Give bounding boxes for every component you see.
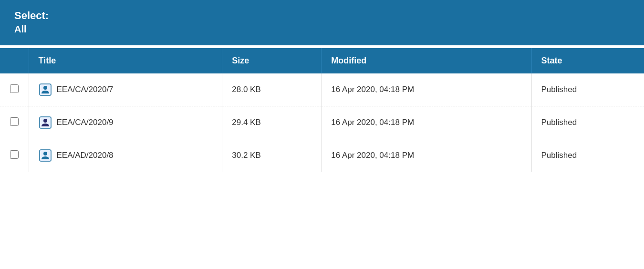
size-cell-1: 28.0 KB xyxy=(222,73,322,106)
checkbox-cell-2 xyxy=(0,106,29,139)
document-icon-3 xyxy=(39,149,52,162)
modified-cell-3: 16 Apr 2020, 04:18 PM xyxy=(322,139,531,172)
col-header-modified: Modified xyxy=(322,48,531,73)
svg-point-1 xyxy=(43,86,47,90)
row-checkbox-2[interactable] xyxy=(10,117,19,126)
table-row: EEA/CA/2020/9 29.4 KB 16 Apr 2020, 04:18… xyxy=(0,106,644,139)
header-section: Select: All xyxy=(0,0,644,44)
table-header-row: Title Size Modified State xyxy=(0,48,644,73)
table-wrapper: Title Size Modified State xyxy=(0,48,644,172)
row-checkbox-1[interactable] xyxy=(10,84,19,93)
col-header-checkbox xyxy=(0,48,29,73)
state-cell-1: Published xyxy=(531,73,644,106)
modified-cell-1: 16 Apr 2020, 04:18 PM xyxy=(322,73,531,106)
size-cell-2: 29.4 KB xyxy=(222,106,322,139)
table-row: EEA/CA/2020/7 28.0 KB 16 Apr 2020, 04:18… xyxy=(0,73,644,106)
page-container: Select: All Title Size Modified State xyxy=(0,0,644,269)
state-cell-3: Published xyxy=(531,139,644,172)
title-text-3: EEA/AD/2020/8 xyxy=(57,151,114,160)
title-text-1: EEA/CA/2020/7 xyxy=(57,85,114,94)
checkbox-cell-1 xyxy=(0,73,29,106)
col-header-size: Size xyxy=(222,48,322,73)
row-checkbox-3[interactable] xyxy=(10,150,19,159)
size-cell-3: 30.2 KB xyxy=(222,139,322,172)
document-icon-1 xyxy=(39,83,52,96)
content-table: Title Size Modified State xyxy=(0,48,644,172)
title-cell-3: EEA/AD/2020/8 xyxy=(29,139,222,172)
svg-point-5 xyxy=(43,152,47,155)
col-header-title: Title xyxy=(29,48,222,73)
checkbox-cell-3 xyxy=(0,139,29,172)
state-cell-2: Published xyxy=(531,106,644,139)
col-header-state: State xyxy=(531,48,644,73)
modified-cell-2: 16 Apr 2020, 04:18 PM xyxy=(322,106,531,139)
svg-point-3 xyxy=(43,119,47,123)
title-text-2: EEA/CA/2020/9 xyxy=(57,118,114,127)
select-all-link[interactable]: All xyxy=(14,24,27,35)
title-cell-1: EEA/CA/2020/7 xyxy=(29,73,222,106)
header-divider xyxy=(0,44,644,48)
title-cell-2: EEA/CA/2020/9 xyxy=(29,106,222,139)
select-label: Select: xyxy=(14,10,630,22)
table-row: EEA/AD/2020/8 30.2 KB 16 Apr 2020, 04:18… xyxy=(0,139,644,172)
document-icon-2 xyxy=(39,116,52,129)
